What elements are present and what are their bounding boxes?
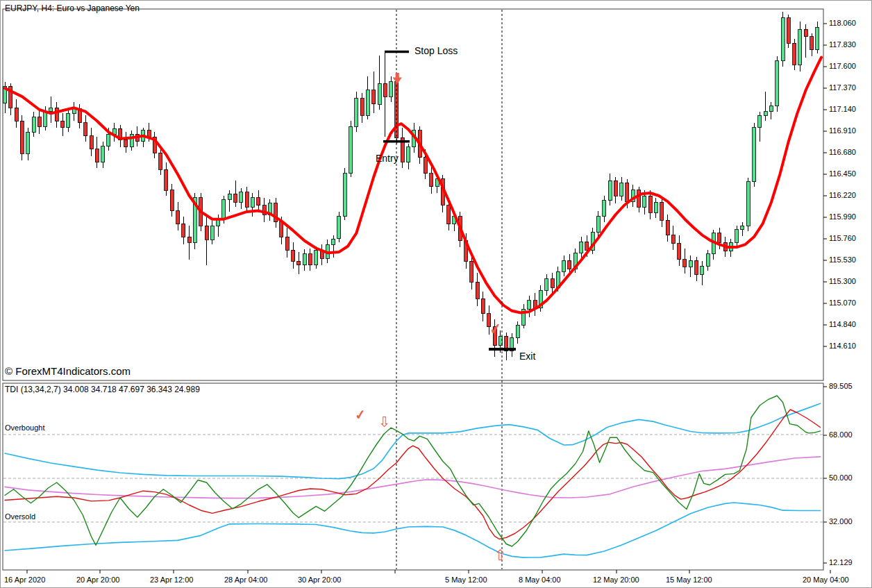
- price-axis-label[interactable]: 115.300: [829, 277, 856, 285]
- bull-candle: [816, 27, 819, 49]
- volatility-band-up: [5, 403, 821, 479]
- bear-candle: [292, 250, 295, 261]
- time-axis-label[interactable]: 28 Apr 04:00: [224, 576, 267, 584]
- price-axis-label[interactable]: 114.840: [829, 320, 856, 328]
- bull-candle: [608, 180, 612, 200]
- check-icon: ✓: [354, 406, 367, 423]
- hollow-down-arrow-icon: ⇩: [378, 414, 391, 430]
- bull-candle: [26, 132, 30, 153]
- price-axis-label[interactable]: 114.610: [829, 342, 856, 350]
- price-axis-label[interactable]: 115.760: [829, 234, 856, 242]
- bull-candle: [222, 199, 226, 218]
- bull-candle: [303, 254, 306, 265]
- price-axis-label[interactable]: 116.450: [829, 169, 856, 178]
- bull-candle: [101, 146, 105, 162]
- bear-candle: [187, 237, 191, 242]
- bear-candle: [308, 254, 312, 265]
- hollow-up-arrow-icon: ⇧: [494, 547, 507, 564]
- bull-candle: [798, 29, 802, 65]
- bull-candle: [228, 194, 231, 199]
- tdi-axis-label[interactable]: 89.505: [829, 382, 853, 390]
- bull-candle: [689, 260, 692, 267]
- bear-candle: [678, 244, 681, 260]
- price-axis-label[interactable]: 117.830: [829, 40, 856, 49]
- bear-candle: [660, 202, 664, 220]
- bear-candle: [585, 242, 589, 250]
- bull-candle: [562, 260, 566, 271]
- price-axis-label[interactable]: 118.060: [829, 19, 856, 27]
- bear-candle: [234, 194, 237, 202]
- bear-candle: [671, 235, 675, 244]
- bull-candle: [349, 126, 353, 173]
- tdi-axis-label[interactable]: 50.000: [829, 473, 853, 482]
- price-axis-label[interactable]: 115.070: [829, 299, 856, 307]
- bear-candle: [297, 261, 301, 264]
- exit-label[interactable]: Exit: [519, 351, 535, 362]
- entry-label[interactable]: Entry: [376, 153, 399, 164]
- indicator-label: TDI (13,34,2,7) 34.008 34.718 47.697 36.…: [5, 385, 200, 394]
- bull-candle: [49, 108, 53, 111]
- time-axis-label[interactable]: 8 May 04:00: [519, 576, 561, 584]
- bull-candle: [210, 226, 214, 240]
- bear-candle: [84, 123, 87, 136]
- time-axis-label[interactable]: 12 May 20:00: [593, 576, 639, 584]
- bear-candle: [383, 83, 387, 96]
- bear-candle: [55, 108, 58, 121]
- chart-canvas[interactable]: [1, 1, 872, 588]
- bear-candle: [447, 205, 451, 224]
- time-axis-label[interactable]: 23 Apr 12:00: [150, 576, 193, 584]
- bear-candle: [666, 220, 669, 235]
- bear-candle: [165, 169, 168, 190]
- time-axis-label[interactable]: 16 Apr 2020: [4, 576, 45, 584]
- stop-loss-label[interactable]: Stop Loss: [414, 45, 458, 56]
- bear-candle: [124, 140, 128, 147]
- bull-candle: [251, 198, 254, 208]
- price-axis-label[interactable]: 116.680: [829, 148, 856, 156]
- price-axis-label[interactable]: 117.140: [829, 105, 856, 113]
- bull-candle: [753, 128, 756, 182]
- bear-candle: [61, 121, 65, 127]
- time-axis-label[interactable]: 20 Apr 20:00: [76, 576, 119, 584]
- bear-candle: [430, 174, 433, 187]
- price-axis-label[interactable]: 117.600: [829, 62, 856, 70]
- sell-down-arrow-icon: [393, 73, 402, 84]
- bear-candle: [159, 153, 162, 169]
- bear-candle: [360, 99, 364, 115]
- ma-line: [5, 58, 821, 313]
- bull-candle: [130, 134, 133, 147]
- price-axis-label[interactable]: 116.220: [829, 191, 856, 199]
- bull-candle: [596, 217, 600, 233]
- time-axis-label[interactable]: 20 May 04:00: [803, 576, 849, 584]
- bull-candle: [107, 134, 110, 146]
- time-axis-label[interactable]: 30 Apr 20:00: [298, 576, 341, 584]
- bull-candle: [746, 182, 750, 226]
- price-axis-label[interactable]: 117.370: [829, 83, 856, 92]
- tdi-axis-label[interactable]: 68.000: [829, 430, 853, 439]
- tdi-axis-label[interactable]: 12.129: [829, 558, 853, 566]
- bull-candle: [775, 61, 779, 106]
- bull-candle: [355, 99, 358, 126]
- bear-candle: [424, 158, 427, 174]
- time-axis-label[interactable]: 15 May 12:00: [666, 576, 712, 584]
- bear-candle: [15, 108, 18, 121]
- tdi-axis-label[interactable]: 32.000: [829, 517, 853, 526]
- bull-candle: [528, 301, 531, 309]
- bull-candle: [389, 82, 393, 97]
- bear-candle: [683, 260, 687, 267]
- bear-candle: [285, 237, 289, 250]
- bull-candle: [706, 254, 710, 267]
- bull-candle: [735, 230, 739, 243]
- bear-candle: [551, 279, 554, 287]
- bear-candle: [37, 117, 41, 127]
- bull-candle: [332, 239, 335, 244]
- price-axis-label[interactable]: 115.530: [829, 255, 856, 264]
- bear-candle: [257, 198, 260, 205]
- trade-signal-line: [5, 410, 821, 539]
- bear-candle: [182, 224, 185, 237]
- time-axis-label[interactable]: 5 May 12:00: [445, 576, 487, 584]
- check-icon: ✓: [489, 320, 503, 338]
- bull-candle: [67, 113, 70, 127]
- price-axis-label[interactable]: 116.910: [829, 126, 856, 135]
- price-axis-label[interactable]: 115.990: [829, 212, 856, 221]
- bull-candle: [378, 83, 381, 104]
